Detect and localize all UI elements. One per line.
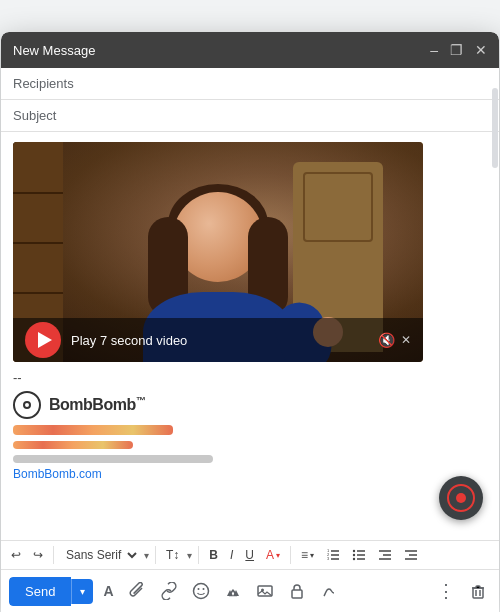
subject-row: Subject xyxy=(1,100,499,132)
logo-circle-icon xyxy=(13,391,41,419)
logo-inner-dot xyxy=(23,401,31,409)
font-size-button[interactable]: T↕ xyxy=(162,545,183,565)
redacted-text-3 xyxy=(13,455,213,463)
recipients-label: Recipients xyxy=(13,76,83,91)
send-button[interactable]: Send xyxy=(9,577,71,606)
svg-point-8 xyxy=(353,558,355,560)
toolbar-separator-3 xyxy=(198,546,199,564)
record-button-dot xyxy=(456,493,466,503)
italic-button[interactable]: I xyxy=(226,545,237,565)
compose-window: New Message – ❐ ✕ Recipients Subject xyxy=(1,32,499,612)
video-close-icon[interactable]: ✕ xyxy=(401,333,411,347)
drive-icon xyxy=(224,582,242,600)
svg-rect-23 xyxy=(292,590,302,598)
volume-icon[interactable]: 🔇 xyxy=(378,332,395,348)
toolbar-separator-2 xyxy=(155,546,156,564)
toolbar-separator-1 xyxy=(53,546,54,564)
video-label: Play 7 second video xyxy=(71,333,368,348)
insert-link-button[interactable] xyxy=(156,578,182,604)
formatting-options-button[interactable]: A xyxy=(99,579,117,603)
more-options-button[interactable]: ⋮ xyxy=(433,576,459,606)
font-family-select[interactable]: Sans Serif xyxy=(60,545,140,565)
website-link[interactable]: BombBomb.com xyxy=(13,467,487,481)
expand-icon[interactable]: ❐ xyxy=(450,43,463,57)
window-controls: – ❐ ✕ xyxy=(430,43,487,57)
svg-point-20 xyxy=(202,588,204,590)
text-color-button[interactable]: A▾ xyxy=(262,545,284,565)
font-dropdown-arrow: ▾ xyxy=(144,550,149,561)
formatting-toolbar: ↩ ↪ Sans Serif ▾ T↕ ▾ B I U A▾ ≡▾ 123 xyxy=(1,540,499,569)
redo-button[interactable]: ↪ xyxy=(29,545,47,565)
minimize-icon[interactable]: – xyxy=(430,43,438,57)
lock-icon xyxy=(288,582,306,600)
scrollbar-thumb xyxy=(492,88,498,168)
photo-icon xyxy=(256,582,274,600)
signature-button[interactable] xyxy=(316,578,342,604)
attach-file-button[interactable] xyxy=(124,578,150,604)
play-button[interactable] xyxy=(25,322,61,358)
emoji-button[interactable] xyxy=(188,578,214,604)
send-dropdown-button[interactable]: ▾ xyxy=(71,579,93,604)
bold-button[interactable]: B xyxy=(205,545,222,565)
svg-point-6 xyxy=(353,550,355,552)
window-title: New Message xyxy=(13,43,95,58)
subject-input[interactable] xyxy=(83,108,487,123)
bottom-toolbar: Send ▾ A ⋮ xyxy=(1,569,499,612)
recipients-input[interactable] xyxy=(83,76,487,91)
formatting-options-icon: A xyxy=(103,583,113,599)
svg-point-18 xyxy=(193,584,208,599)
bullet-list-button[interactable] xyxy=(348,545,370,565)
record-button[interactable] xyxy=(439,476,483,520)
play-icon xyxy=(38,332,52,348)
redacted-text-2 xyxy=(13,441,133,449)
font-size-arrow: ▾ xyxy=(187,550,192,561)
svg-point-7 xyxy=(353,554,355,556)
indent-increase-icon xyxy=(404,548,418,562)
send-button-group: Send ▾ xyxy=(9,577,93,606)
insert-photo-button[interactable] xyxy=(252,578,278,604)
signature-icon xyxy=(320,582,338,600)
link-icon xyxy=(160,582,178,600)
signature-separator: -- xyxy=(13,370,487,385)
bullet-list-icon xyxy=(352,548,366,562)
redacted-text-1 xyxy=(13,425,173,435)
titlebar: New Message – ❐ ✕ xyxy=(1,32,499,68)
subject-label: Subject xyxy=(13,108,83,123)
scrollbar[interactable] xyxy=(491,68,499,532)
close-icon[interactable]: ✕ xyxy=(475,43,487,57)
recipients-row: Recipients xyxy=(1,68,499,100)
body-area[interactable]: Play 7 second video 🔇 ✕ -- BombBomb™ Bom… xyxy=(1,132,499,540)
logo-text: BombBomb™ xyxy=(49,395,145,414)
numbered-list-icon: 123 xyxy=(326,548,340,562)
delete-button[interactable] xyxy=(465,578,491,604)
delete-icon xyxy=(469,582,487,600)
video-thumbnail: Play 7 second video 🔇 ✕ xyxy=(13,142,423,362)
toolbar-separator-4 xyxy=(290,546,291,564)
indent-decrease-button[interactable] xyxy=(374,545,396,565)
underline-button[interactable]: U xyxy=(241,545,258,565)
indent-increase-button[interactable] xyxy=(400,545,422,565)
record-button-ring xyxy=(447,484,475,512)
svg-text:3: 3 xyxy=(327,556,330,561)
drive-button[interactable] xyxy=(220,578,246,604)
undo-button[interactable]: ↩ xyxy=(7,545,25,565)
bombbomb-logo: BombBomb™ xyxy=(13,391,487,419)
video-overlay-bar: Play 7 second video 🔇 ✕ xyxy=(13,318,423,362)
indent-decrease-icon xyxy=(378,548,392,562)
attach-icon xyxy=(128,582,146,600)
lock-button[interactable] xyxy=(284,578,310,604)
emoji-icon xyxy=(192,582,210,600)
align-button[interactable]: ≡▾ xyxy=(297,545,318,565)
numbered-list-button[interactable]: 123 xyxy=(322,545,344,565)
svg-point-19 xyxy=(197,588,199,590)
video-controls: 🔇 ✕ xyxy=(378,332,411,348)
